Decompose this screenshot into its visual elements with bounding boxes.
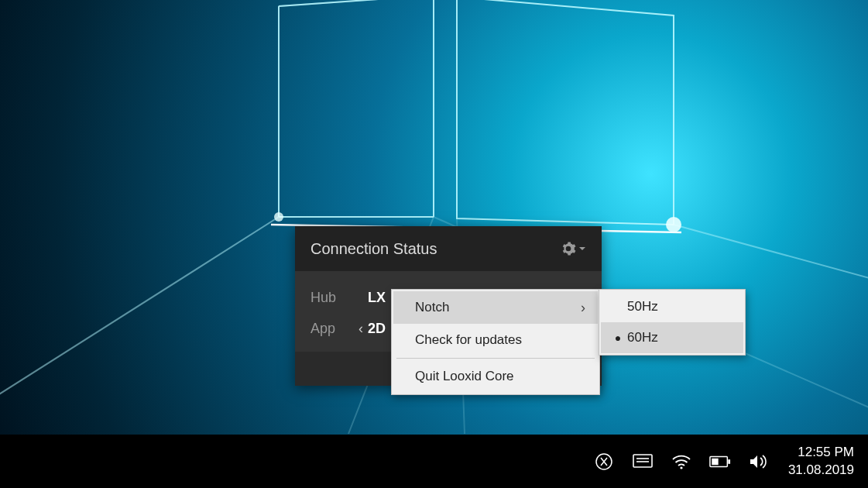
menu-separator <box>396 358 595 359</box>
svg-point-7 <box>680 466 682 469</box>
submenu-item-label: 50Hz <box>627 299 658 314</box>
gear-icon <box>561 241 576 256</box>
svg-point-2 <box>274 212 283 222</box>
notch-submenu: 50Hz ● 60Hz <box>599 289 746 356</box>
system-tray <box>593 451 770 473</box>
status-label: App <box>310 321 354 337</box>
tray-app-icon[interactable] <box>593 451 615 473</box>
clock-time: 12:55 PM <box>788 444 854 461</box>
menu-item-label: Check for updates <box>415 332 522 348</box>
menu-item-notch[interactable]: Notch › <box>393 291 598 324</box>
menu-item-label: Quit Looxid Core <box>415 369 514 384</box>
wifi-icon[interactable] <box>671 451 692 473</box>
status-label: Hub <box>310 290 354 306</box>
radio-bullet-icon: ● <box>609 332 627 344</box>
svg-rect-10 <box>712 458 718 464</box>
status-value: LX <box>368 290 386 306</box>
volume-icon[interactable] <box>748 451 770 473</box>
submenu-item-50hz[interactable]: 50Hz <box>601 291 743 322</box>
submenu-item-label: 60Hz <box>627 330 658 345</box>
status-value: 2D <box>368 321 386 337</box>
settings-gear-button[interactable] <box>561 241 586 256</box>
panel-title: Connection Status <box>310 240 437 258</box>
svg-rect-9 <box>728 459 730 464</box>
dropdown-caret-icon <box>578 245 586 253</box>
clock-date: 31.08.2019 <box>788 462 854 479</box>
action-center-icon[interactable] <box>632 451 654 473</box>
taskbar: 12:55 PM 31.08.2019 <box>0 435 868 488</box>
chevron-left-icon[interactable]: ‹ <box>354 321 368 337</box>
menu-item-quit[interactable]: Quit Looxid Core <box>393 360 598 393</box>
submenu-item-60hz[interactable]: ● 60Hz <box>601 322 743 353</box>
battery-icon[interactable] <box>709 451 731 473</box>
menu-item-label: Notch <box>415 300 449 315</box>
taskbar-clock[interactable]: 12:55 PM 31.08.2019 <box>788 444 854 478</box>
svg-point-1 <box>666 217 681 232</box>
panel-header: Connection Status <box>295 226 602 271</box>
chevron-right-icon: › <box>581 300 585 316</box>
svg-rect-4 <box>633 455 652 467</box>
settings-menu: Notch › Check for updates Quit Looxid Co… <box>391 289 600 395</box>
menu-item-check-updates[interactable]: Check for updates <box>393 324 598 356</box>
